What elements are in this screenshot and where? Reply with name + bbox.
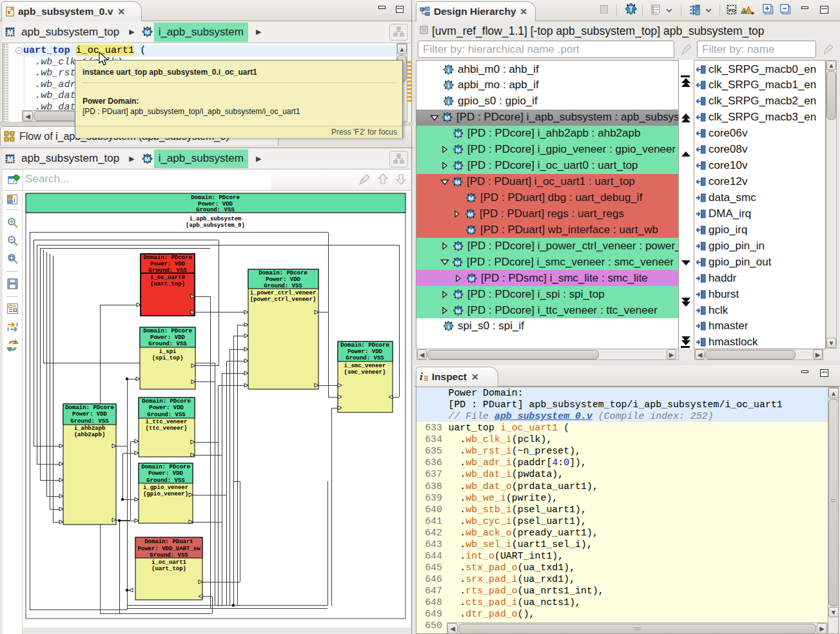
svg-text:Domain: PDcore: Domain: PDcore xyxy=(142,398,191,405)
svg-text:i: i xyxy=(447,82,449,89)
svg-text:i: i xyxy=(447,98,449,105)
svg-text:i_apb_subsystem: i_apb_subsystem xyxy=(189,216,242,222)
svg-text:M: M xyxy=(456,291,461,298)
svg-text:i: i xyxy=(14,197,15,204)
svg-text:T: T xyxy=(629,5,634,13)
svg-text:Ground: VSS: Ground: VSS xyxy=(150,552,188,559)
svg-text:Domain: PDcore: Domain: PDcore xyxy=(259,270,308,276)
svg-text:M: M xyxy=(8,155,14,162)
svg-text:PD: PD xyxy=(728,8,736,14)
svg-text:Ground: VSS: Ground: VSS xyxy=(148,267,187,274)
svg-text:M: M xyxy=(468,210,473,217)
svg-text:i_smc_veneer: i_smc_veneer xyxy=(344,363,386,369)
svg-text:Ground: VSS: Ground: VSS xyxy=(346,355,384,361)
svg-text:i_spi: i_spi xyxy=(159,349,177,355)
svg-text:M: M xyxy=(456,146,461,153)
svg-text:M: M xyxy=(8,28,14,36)
svg-text:Ground: VSS: Ground: VSS xyxy=(148,341,187,347)
svg-text:Domain: PDcore: Domain: PDcore xyxy=(141,464,190,470)
svg-text:(gpio_veneer): (gpio_veneer) xyxy=(143,491,188,497)
svg-text:M: M xyxy=(144,28,150,35)
svg-text:M: M xyxy=(469,194,474,201)
svg-text:i_ttc_veneer: i_ttc_veneer xyxy=(146,419,188,425)
svg-text:M: M xyxy=(445,114,450,121)
svg-text:Domain: PDcore: Domain: PDcore xyxy=(143,328,192,334)
svg-text:Power: VDD: Power: VDD xyxy=(150,334,186,341)
svg-text:(power_ctrl_veneer): (power_ctrl_veneer) xyxy=(250,296,317,303)
svg-text:Domain: PDuart: Domain: PDuart xyxy=(144,539,193,545)
svg-text:Power: VDD_UART_sw: Power: VDD_UART_sw xyxy=(137,546,200,552)
svg-text:Power: VDD: Power: VDD xyxy=(266,276,301,283)
svg-text:Power: VDD: Power: VDD xyxy=(198,201,233,207)
svg-text:M: M xyxy=(456,307,461,314)
svg-text:Ground: VSS: Ground: VSS xyxy=(196,207,235,213)
svg-text:v: v xyxy=(8,8,11,15)
svg-text:Ground: VSS: Ground: VSS xyxy=(264,283,302,289)
svg-text:M: M xyxy=(455,178,460,186)
svg-text:i: i xyxy=(447,323,449,330)
svg-text:Ground: VSS: Ground: VSS xyxy=(146,477,185,484)
svg-text:Ground: VSS: Ground: VSS xyxy=(70,418,109,425)
svg-text:Domain: PDcore: Domain: PDcore xyxy=(191,195,240,201)
svg-text:Domain: PDcore: Domain: PDcore xyxy=(65,405,114,411)
svg-text:i_oc_uart1: i_oc_uart1 xyxy=(151,559,187,566)
svg-text:M: M xyxy=(469,274,474,282)
svg-text:M: M xyxy=(144,155,150,162)
svg-text:Power: VDD: Power: VDD xyxy=(149,405,184,411)
svg-text:Domain: PDcore: Domain: PDcore xyxy=(340,342,389,349)
svg-text:M: M xyxy=(456,162,461,169)
svg-text:(ahb2apb): (ahb2apb) xyxy=(74,432,106,438)
svg-text:M: M xyxy=(456,242,461,249)
svg-text:Power: VDD: Power: VDD xyxy=(150,261,186,267)
svg-text:Power: VDD: Power: VDD xyxy=(72,411,108,418)
svg-text:Domain: PDcore: Domain: PDcore xyxy=(143,255,192,261)
svg-text:M: M xyxy=(455,258,460,265)
svg-text:Power: VDD: Power: VDD xyxy=(347,349,383,355)
svg-text:(smc_veneer): (smc_veneer) xyxy=(344,369,386,376)
svg-text:(uart_top): (uart_top) xyxy=(150,281,185,287)
svg-text:(apb_subsystem_0): (apb_subsystem_0) xyxy=(186,222,245,229)
svg-text:i_gpio_veneer: i_gpio_veneer xyxy=(143,485,188,491)
svg-text:(uart_top): (uart_top) xyxy=(151,566,186,572)
svg-text:M: M xyxy=(469,226,474,233)
svg-text:i_ahb2apb: i_ahb2apb xyxy=(74,425,106,432)
svg-text:M: M xyxy=(456,130,461,137)
svg-text:i: i xyxy=(447,66,449,73)
svg-text:(spi_top): (spi_top) xyxy=(152,355,184,361)
svg-text:i_oc_uart0: i_oc_uart0 xyxy=(150,274,185,281)
svg-text:(ttc_veneer): (ttc_veneer) xyxy=(146,425,188,432)
svg-text:i_power_ctrl_veneer: i_power_ctrl_veneer xyxy=(250,290,317,296)
svg-text:Ground: VSS: Ground: VSS xyxy=(147,412,186,418)
svg-text:Power: VDD: Power: VDD xyxy=(148,470,184,477)
